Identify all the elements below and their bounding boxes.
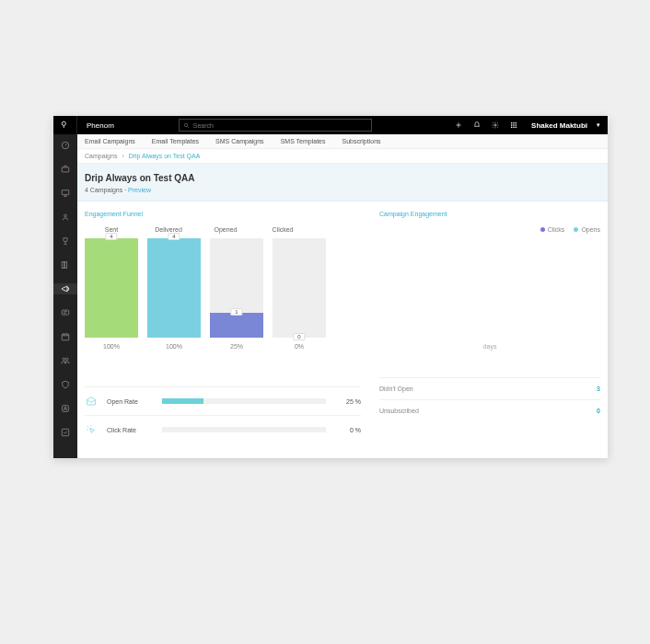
search-icon xyxy=(183,122,190,129)
trophy-icon xyxy=(61,236,70,246)
svg-rect-3 xyxy=(511,122,512,123)
breadcrumb-current: Drip Always on Test QAA xyxy=(129,153,201,159)
sidebar-trophy[interactable] xyxy=(60,236,71,247)
funnel-pct-delivered: 100% xyxy=(147,343,201,350)
svg-point-0 xyxy=(62,121,65,125)
top-right: Shaked Maktubi ▾ xyxy=(454,121,608,130)
svg-rect-14 xyxy=(62,190,69,195)
sidebar-jobs[interactable] xyxy=(60,164,71,175)
funnel-bars: 4 4 1 0 xyxy=(85,238,361,338)
tabs: Email Campaigns Email Templates SMS Camp… xyxy=(77,134,608,149)
tab-subscriptions[interactable]: Subscriptions xyxy=(342,138,381,144)
sidebar-columns[interactable] xyxy=(60,259,71,270)
stat-didnt-open: Didn't Open 3 xyxy=(379,377,600,399)
sidebar-person[interactable] xyxy=(60,212,71,223)
shield-icon xyxy=(61,380,70,389)
envelope-open-icon xyxy=(86,396,97,407)
tab-sms-campaigns[interactable]: SMS Campaigns xyxy=(215,138,264,144)
svg-rect-8 xyxy=(516,124,517,125)
breadcrumb-parent[interactable]: Campaigns xyxy=(85,153,117,159)
hero: Drip Always on Test QAA 4 Campaigns · Pr… xyxy=(77,164,608,201)
svg-rect-24 xyxy=(62,429,69,436)
engagement-x-axis: days xyxy=(379,343,600,350)
settings-button[interactable] xyxy=(491,121,500,130)
main: Email Campaigns Email Templates SMS Camp… xyxy=(77,134,608,458)
breadcrumb-sep: › xyxy=(122,153,123,159)
svg-point-23 xyxy=(64,407,66,408)
chat-icon xyxy=(61,308,70,317)
check-icon xyxy=(61,428,70,437)
hero-subtitle: 4 Campaigns · Preview xyxy=(85,187,600,193)
chevron-down-icon[interactable]: ▾ xyxy=(597,121,600,129)
svg-point-20 xyxy=(63,358,65,361)
svg-rect-11 xyxy=(516,127,517,128)
svg-rect-19 xyxy=(62,334,69,340)
sidebar-dashboard[interactable] xyxy=(60,140,71,151)
svg-point-1 xyxy=(184,123,188,127)
engagement-column: Campaign Engagement Clicks Opens days xyxy=(379,211,600,443)
open-rate-bar xyxy=(162,398,326,404)
stat-didnt-open-value: 3 xyxy=(597,385,600,392)
monitor-icon xyxy=(61,189,70,198)
contact-icon xyxy=(61,404,70,413)
sidebar-campaigns[interactable] xyxy=(53,283,77,294)
funnel-pct-sent: 100% xyxy=(85,343,138,350)
tab-email-templates[interactable]: Email Templates xyxy=(152,138,199,144)
svg-rect-5 xyxy=(516,122,517,123)
funnel-pct-opened: 25% xyxy=(210,343,263,350)
plus-icon xyxy=(455,121,462,129)
topbar: Phenom Shaked Maktubi ▾ xyxy=(53,116,608,134)
click-rate-bar xyxy=(162,427,326,432)
legend-opens-dot xyxy=(574,227,578,232)
notifications-button[interactable] xyxy=(472,121,482,130)
tab-sms-templates[interactable]: SMS Templates xyxy=(281,138,326,144)
funnel-badge-clicked: 0 xyxy=(293,333,305,340)
funnel-column: Engagement Funnel Sent Delivered Opened … xyxy=(85,211,361,443)
svg-rect-10 xyxy=(513,127,514,128)
svg-rect-4 xyxy=(513,122,514,123)
sidebar-people[interactable] xyxy=(60,355,71,366)
megaphone-icon xyxy=(61,284,70,293)
svg-rect-13 xyxy=(62,167,69,172)
sidebar-desktop[interactable] xyxy=(60,188,71,199)
brand-name: Phenom xyxy=(77,121,123,130)
click-rate-value: 0 % xyxy=(335,427,361,433)
add-button[interactable] xyxy=(454,121,463,130)
legend-opens-label: Opens xyxy=(581,226,600,233)
bar-delivered xyxy=(147,238,201,338)
sidebar-integrations[interactable] xyxy=(60,403,71,414)
svg-rect-9 xyxy=(511,127,512,128)
campaign-count: 4 Campaigns xyxy=(85,187,122,193)
app-window: Phenom Shaked Maktubi ▾ xyxy=(53,116,608,458)
funnel-label-delivered: Delivered xyxy=(142,226,195,233)
user-icon xyxy=(61,213,70,222)
preview-link[interactable]: Preview xyxy=(128,187,151,193)
calendar-icon xyxy=(61,332,70,341)
legend-opens: Opens xyxy=(574,226,600,233)
open-rate-value: 25 % xyxy=(335,398,361,405)
page-title: Drip Always on Test QAA xyxy=(85,173,600,183)
funnel-title: Engagement Funnel xyxy=(85,211,361,217)
click-rate-label: Click Rate xyxy=(107,427,153,433)
stat-unsubscribed-label: Unsubscribed xyxy=(379,408,419,414)
open-rate-icon xyxy=(85,395,98,408)
tab-email-campaigns[interactable]: Email Campaigns xyxy=(85,138,135,144)
legend: Clicks Opens xyxy=(379,226,600,233)
sidebar-shield[interactable] xyxy=(60,379,71,390)
sidebar-calendar[interactable] xyxy=(60,331,71,342)
svg-rect-7 xyxy=(513,124,514,125)
logo[interactable] xyxy=(53,116,77,134)
funnel-labels: Sent Delivered Opened Clicked xyxy=(85,226,361,233)
bell-icon xyxy=(473,121,481,129)
open-rate-row: Open Rate 25 % xyxy=(85,386,361,415)
search-input[interactable] xyxy=(193,122,367,129)
stats: Didn't Open 3 Unsubscribed 0 xyxy=(379,377,600,421)
svg-rect-17 xyxy=(64,262,67,269)
funnel-badge-delivered: 4 xyxy=(168,233,180,240)
user-name[interactable]: Shaked Maktubi xyxy=(531,121,587,130)
apps-icon xyxy=(510,121,517,129)
sidebar-chat[interactable] xyxy=(60,307,71,318)
apps-button[interactable] xyxy=(509,121,518,130)
sidebar-approve[interactable] xyxy=(60,427,71,438)
search-box[interactable] xyxy=(179,119,372,132)
